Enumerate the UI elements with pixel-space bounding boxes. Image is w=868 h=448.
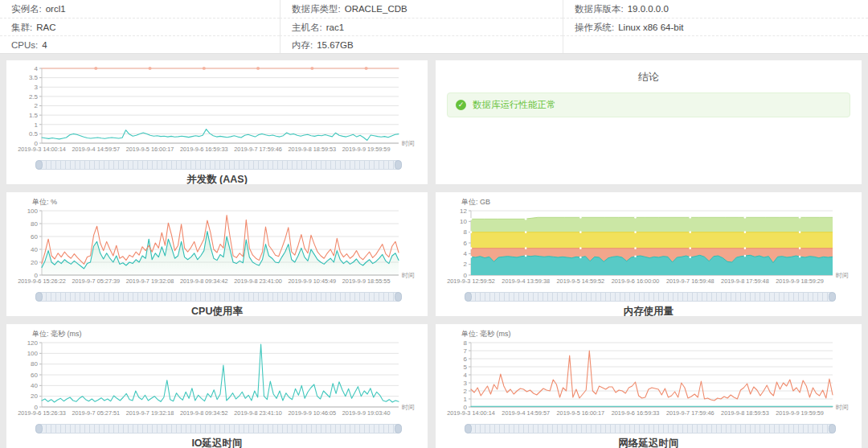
svg-text:3.5: 3.5 xyxy=(29,74,39,81)
svg-text:2019-9-6 15:26:33: 2019-9-6 15:26:33 xyxy=(18,409,66,417)
instance-name-value: orcl1 xyxy=(46,4,66,14)
datazoom-left-handle[interactable] xyxy=(35,160,43,170)
datazoom-right-handle[interactable] xyxy=(395,424,402,434)
datazoom-right-handle[interactable] xyxy=(395,292,402,302)
cpu-unit-label: 单位: % xyxy=(32,197,420,207)
svg-text:时间: 时间 xyxy=(836,404,849,411)
svg-text:40: 40 xyxy=(31,246,38,253)
svg-text:1: 1 xyxy=(35,121,39,129)
datazoom-right-handle[interactable] xyxy=(395,160,402,170)
io-chart[interactable]: 0204060801001202019-9-6 15:26:332019-9-7… xyxy=(14,339,420,422)
svg-text:5: 5 xyxy=(464,364,468,371)
svg-text:时间: 时间 xyxy=(402,272,415,279)
chart-title-cpu: CPU使用率 xyxy=(14,305,420,316)
os-cell: 操作系统:Linux x86 64-bit xyxy=(563,18,868,35)
network-datazoom-slider[interactable] xyxy=(465,424,836,434)
svg-text:时间: 时间 xyxy=(402,404,415,411)
svg-text:时间: 时间 xyxy=(402,140,415,147)
svg-text:2019-9-7 17:59:46: 2019-9-7 17:59:46 xyxy=(234,146,282,153)
io-unit-label: 单位: 毫秒 (ms) xyxy=(32,329,420,339)
svg-text:2019-9-5 16:00:17: 2019-9-5 16:00:17 xyxy=(557,409,605,417)
svg-text:7: 7 xyxy=(464,347,468,355)
os-label: 操作系统: xyxy=(575,23,614,32)
svg-text:2: 2 xyxy=(35,102,39,109)
svg-text:2019-9-7 17:59:46: 2019-9-7 17:59:46 xyxy=(666,409,714,417)
chart-title-network: 网络延迟时间 xyxy=(444,437,854,448)
svg-text:2019-9-7 19:32:08: 2019-9-7 19:32:08 xyxy=(126,277,174,285)
svg-text:80: 80 xyxy=(31,360,38,368)
network-chart[interactable]: 0123456782019-9-3 14:00:142019-9-4 14:59… xyxy=(444,339,854,422)
svg-text:4: 4 xyxy=(35,65,39,72)
svg-text:8: 8 xyxy=(464,339,468,347)
datazoom-left-handle[interactable] xyxy=(465,292,472,302)
svg-text:1.5: 1.5 xyxy=(29,112,39,119)
panel-cpu: 单位: % 0204060801002019-9-6 15:26:222019-… xyxy=(6,192,428,316)
status-text: 数据库运行性能正常 xyxy=(473,99,556,111)
svg-text:2019-9-3 14:00:14: 2019-9-3 14:00:14 xyxy=(447,409,495,417)
svg-text:2019-9-3 14:00:14: 2019-9-3 14:00:14 xyxy=(18,146,66,153)
svg-text:2019-9-5 14:59:52: 2019-9-5 14:59:52 xyxy=(557,277,605,285)
datazoom-right-handle[interactable] xyxy=(829,424,836,434)
svg-text:2019-9-5 16:00:17: 2019-9-5 16:00:17 xyxy=(126,146,174,153)
success-check-icon: ✓ xyxy=(456,100,466,110)
svg-text:2019-9-6 16:59:33: 2019-9-6 16:59:33 xyxy=(612,409,660,417)
db-type-value: ORACLE_CDB xyxy=(345,4,407,14)
svg-text:2019-9-3 12:59:52: 2019-9-3 12:59:52 xyxy=(447,277,495,285)
svg-text:4: 4 xyxy=(464,372,468,379)
datazoom-left-handle[interactable] xyxy=(465,424,472,434)
memory-chart[interactable]: 0246810122019-9-3 12:59:522019-9-4 13:59… xyxy=(444,207,854,290)
db-info-table: 实例名:orcl1 数据库类型:ORACLE_CDB 数据库版本:19.0.0.… xyxy=(0,0,868,54)
cpu-datazoom-slider[interactable] xyxy=(35,292,402,302)
svg-text:2019-9-9 18:59:29: 2019-9-9 18:59:29 xyxy=(776,277,824,285)
memory-cell: 内存:15.67GB xyxy=(280,35,563,53)
cpus-cell: CPUs:4 xyxy=(0,35,280,53)
svg-text:2: 2 xyxy=(464,261,468,268)
svg-text:2019-9-8 23:41:00: 2019-9-8 23:41:00 xyxy=(234,277,282,285)
svg-text:6: 6 xyxy=(464,356,468,363)
cluster-label: 集群: xyxy=(11,23,32,32)
svg-text:2019-9-6 15:26:22: 2019-9-6 15:26:22 xyxy=(18,277,66,285)
dashboard-page: 实例名:orcl1 数据库类型:ORACLE_CDB 数据库版本:19.0.0.… xyxy=(0,0,868,448)
aas-chart[interactable]: 00.511.522.533.542019-9-3 14:00:142019-9… xyxy=(14,64,420,158)
datazoom-right-handle[interactable] xyxy=(829,292,836,302)
svg-text:2019-9-4 14:59:57: 2019-9-4 14:59:57 xyxy=(72,146,120,153)
datazoom-left-handle[interactable] xyxy=(35,292,43,302)
svg-text:2019-9-9 10:45:49: 2019-9-9 10:45:49 xyxy=(289,277,337,285)
hostname-label: 主机名: xyxy=(292,23,322,32)
svg-text:2019-9-7 16:59:48: 2019-9-7 16:59:48 xyxy=(666,277,714,285)
svg-text:2019-9-4 14:59:57: 2019-9-4 14:59:57 xyxy=(502,409,550,417)
svg-text:6: 6 xyxy=(464,240,468,247)
svg-text:80: 80 xyxy=(31,220,38,228)
db-version-value: 19.0.0.0.0 xyxy=(628,4,669,14)
chart-title-memory: 内存使用量 xyxy=(444,305,854,316)
svg-text:2.5: 2.5 xyxy=(29,93,39,101)
memory-value: 15.67GB xyxy=(317,40,353,50)
svg-text:2019-9-9 10:46:05: 2019-9-9 10:46:05 xyxy=(289,409,337,417)
svg-text:2019-9-6 16:59:33: 2019-9-6 16:59:33 xyxy=(180,146,228,153)
empty-cell xyxy=(563,35,868,53)
svg-text:2019-9-8 18:59:53: 2019-9-8 18:59:53 xyxy=(721,409,769,417)
panel-io: 单位: 毫秒 (ms) 0204060801001202019-9-6 15:2… xyxy=(6,324,428,448)
svg-text:4: 4 xyxy=(464,250,468,257)
panel-memory: 单位: GB 0246810122019-9-3 12:59:522019-9-… xyxy=(436,192,862,316)
svg-text:2019-9-9 18:55:55: 2019-9-9 18:55:55 xyxy=(342,277,391,285)
aas-datazoom-slider[interactable] xyxy=(35,160,402,170)
panel-conclusion: 结论 ✓ 数据库运行性能正常 xyxy=(436,60,862,184)
info-row: CPUs:4 内存:15.67GB xyxy=(0,35,868,53)
svg-text:时间: 时间 xyxy=(836,272,849,279)
svg-text:2019-9-8 09:34:42: 2019-9-8 09:34:42 xyxy=(180,277,228,285)
svg-text:12: 12 xyxy=(460,208,467,215)
io-datazoom-slider[interactable] xyxy=(35,424,402,434)
memory-datazoom-slider[interactable] xyxy=(465,292,836,302)
svg-text:3: 3 xyxy=(35,84,39,91)
hostname-cell: 主机名:rac1 xyxy=(280,18,563,35)
svg-text:2019-9-8 17:59:48: 2019-9-8 17:59:48 xyxy=(721,277,769,285)
panel-aas: 00.511.522.533.542019-9-3 14:00:142019-9… xyxy=(6,60,428,184)
svg-text:100: 100 xyxy=(27,350,39,357)
datazoom-left-handle[interactable] xyxy=(35,424,43,434)
db-version-label: 数据库版本: xyxy=(575,4,624,14)
svg-text:2019-9-9 19:59:59: 2019-9-9 19:59:59 xyxy=(342,146,391,153)
cpu-chart[interactable]: 0204060801002019-9-6 15:26:222019-9-7 05… xyxy=(14,207,420,290)
status-alert: ✓ 数据库运行性能正常 xyxy=(447,92,850,117)
svg-text:2019-9-7 05:27:39: 2019-9-7 05:27:39 xyxy=(72,277,120,285)
